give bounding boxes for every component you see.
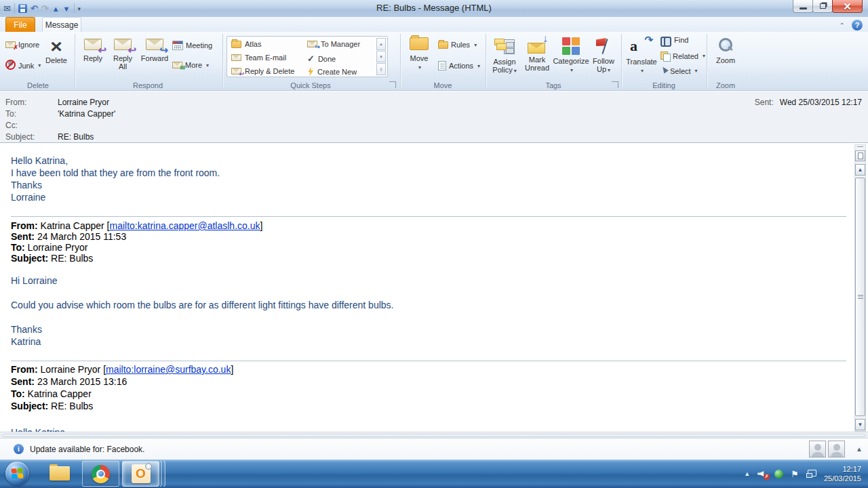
group-label-zoom: Zoom bbox=[708, 81, 743, 89]
assign-policy-button[interactable]: Assign Policy bbox=[488, 37, 521, 75]
group-tags: Assign Policy ↓ Mark Unread Categorize F… bbox=[487, 32, 620, 90]
forward-button[interactable]: ↪ Forward bbox=[138, 39, 171, 62]
people-pane-splitter[interactable] bbox=[0, 433, 868, 438]
tab-file[interactable]: File bbox=[5, 17, 35, 32]
select-button[interactable]: Select bbox=[660, 66, 698, 75]
categorize-button[interactable]: Categorize bbox=[553, 37, 589, 75]
help-icon[interactable]: ? bbox=[852, 20, 863, 30]
avatar[interactable] bbox=[809, 441, 826, 458]
meeting-button[interactable]: Meeting bbox=[172, 41, 212, 50]
to-label: To: bbox=[5, 109, 53, 119]
quick-steps-dialog-launcher[interactable] bbox=[389, 81, 396, 88]
follow-up-button[interactable]: Follow Up bbox=[590, 37, 617, 75]
quick-steps-more[interactable]: ⊽ bbox=[376, 63, 386, 75]
junk-button[interactable]: Junk bbox=[5, 61, 41, 70]
body-line: I have been told that they are from the … bbox=[11, 167, 220, 178]
avatar[interactable] bbox=[828, 441, 845, 458]
create-new-icon bbox=[307, 67, 314, 76]
assign-policy-icon bbox=[494, 37, 515, 56]
close-button[interactable]: ✕ bbox=[832, 0, 863, 13]
action-center-flag-icon[interactable]: ⚑ bbox=[791, 469, 799, 479]
rules-button[interactable]: Rules bbox=[438, 41, 477, 49]
taskbar-outlook-button[interactable]: O bbox=[122, 461, 159, 487]
group-label-respond: Respond bbox=[76, 81, 220, 89]
ignore-button[interactable]: ✗ Ignore bbox=[5, 41, 39, 49]
mailto-link[interactable]: mailto:katrina.capper@atlaslh.co.uk bbox=[110, 220, 260, 231]
page-icon bbox=[858, 152, 863, 159]
tab-message[interactable]: Message bbox=[42, 17, 81, 32]
reply-button[interactable]: ↩ Reply bbox=[79, 39, 107, 62]
body-line: Hi Lorraine bbox=[11, 275, 57, 286]
mailto-link[interactable]: mailto:lorraine@surfbay.co.uk bbox=[106, 364, 231, 375]
meeting-icon bbox=[172, 41, 183, 50]
taskbar-stacked-window-edge[interactable] bbox=[163, 461, 165, 487]
actions-button[interactable]: Actions bbox=[438, 61, 480, 70]
mark-unread-button[interactable]: ↓ Mark Unread bbox=[522, 37, 552, 72]
group-quick-steps: Atlas Team E-mail ↩ Reply & Delete ↪ To … bbox=[224, 32, 397, 90]
minimize-ribbon-icon[interactable]: ⌃ bbox=[840, 22, 845, 29]
title-bar: ✉ ↶ ↷ ▲ ▼ ▾ RE: Bulbs - Message (HTML) ✕ bbox=[0, 0, 868, 17]
reply-all-button[interactable]: ↩ Reply All bbox=[108, 39, 137, 70]
taskbar-stacked-window-edge[interactable] bbox=[160, 461, 162, 487]
window-controls: ✕ bbox=[793, 0, 863, 13]
scrollbar-thumb[interactable] bbox=[855, 178, 865, 416]
translate-icon: a↷ bbox=[630, 37, 653, 55]
show-hidden-icons-button[interactable]: ▲ bbox=[744, 470, 750, 477]
related-button[interactable]: Related bbox=[660, 52, 705, 60]
categorize-caret bbox=[569, 65, 573, 75]
follow-up-icon bbox=[595, 37, 612, 55]
to-value: 'Katrina Capper' bbox=[58, 109, 115, 119]
zoom-button[interactable]: Zoom bbox=[711, 37, 741, 64]
quick-steps-scroll-up[interactable]: ▲ bbox=[376, 38, 386, 50]
assign-policy-caret bbox=[513, 66, 517, 74]
quick-step-to-manager[interactable]: ↪ To Manager bbox=[307, 40, 360, 48]
quick-step-team-email[interactable]: Team E-mail bbox=[231, 54, 286, 62]
quick-step-atlas[interactable]: Atlas bbox=[231, 40, 261, 48]
group-move: Move Rules Actions Move bbox=[401, 32, 484, 90]
volume-muted-icon[interactable] bbox=[757, 470, 767, 478]
find-button[interactable]: Find bbox=[660, 36, 688, 44]
clock-time: 12:17 bbox=[824, 464, 861, 474]
more-button[interactable]: ✉ More bbox=[172, 61, 209, 69]
quoted-subject-line: Subject: RE: Bulbs bbox=[11, 253, 93, 264]
people-pane-expand-icon[interactable]: ▲ bbox=[856, 445, 863, 453]
message-body[interactable]: Hello Katrina, I have been told that the… bbox=[0, 142, 868, 432]
delete-icon: × bbox=[50, 38, 62, 55]
quick-steps-scroll-down[interactable]: ▼ bbox=[376, 51, 386, 63]
vertical-scrollbar[interactable]: ▲ ▼ bbox=[854, 144, 866, 432]
scroll-down-button[interactable]: ▼ bbox=[855, 419, 865, 430]
quoted-to-line: To: Katrina Capper bbox=[11, 388, 92, 399]
taskbar-clock[interactable]: 12:17 25/03/2015 bbox=[824, 464, 861, 483]
ignore-icon: ✗ bbox=[5, 41, 16, 48]
move-button[interactable]: Move bbox=[404, 37, 434, 72]
ribbon: ✗ Ignore Junk × Delete Delete ↩ Reply ↩ … bbox=[0, 32, 868, 91]
network-icon[interactable] bbox=[806, 470, 816, 478]
tags-dialog-launcher[interactable] bbox=[612, 81, 618, 88]
group-zoom: Zoom Zoom bbox=[708, 32, 743, 90]
restore-icon bbox=[820, 3, 826, 9]
restore-button[interactable] bbox=[812, 0, 833, 13]
translate-button[interactable]: a↷ Translate bbox=[624, 37, 659, 75]
scrollbar-grip[interactable] bbox=[857, 146, 863, 148]
taskbar-explorer-button[interactable] bbox=[42, 461, 77, 487]
windows-logo-icon bbox=[11, 468, 23, 479]
minimize-button[interactable] bbox=[793, 0, 813, 13]
group-separator bbox=[621, 34, 622, 87]
move-caret bbox=[417, 62, 421, 72]
delete-button[interactable]: × Delete bbox=[41, 37, 72, 64]
body-line: Could you advise which room the bulbs ar… bbox=[11, 300, 393, 310]
quick-step-reply-delete[interactable]: ↩ Reply & Delete bbox=[231, 67, 294, 75]
taskbar-chrome-button[interactable] bbox=[82, 461, 119, 487]
close-icon: ✕ bbox=[843, 1, 852, 12]
quick-step-create-new[interactable]: Create New bbox=[307, 67, 357, 76]
thumb-grip bbox=[858, 295, 863, 299]
quick-step-done[interactable]: ✓ Done bbox=[307, 54, 336, 64]
sent-row: Sent: Wed 25/03/2015 12:17 bbox=[755, 98, 862, 107]
tray-status-icon[interactable] bbox=[774, 470, 783, 479]
quick-steps-scroll: ▲ ▼ ⊽ bbox=[376, 38, 386, 75]
scroll-up-button[interactable]: ▲ bbox=[855, 164, 865, 176]
start-button[interactable] bbox=[5, 462, 29, 485]
info-icon: i bbox=[14, 444, 24, 454]
scrollbar-page-button[interactable] bbox=[855, 150, 865, 161]
outlook-icon: O bbox=[132, 464, 151, 483]
